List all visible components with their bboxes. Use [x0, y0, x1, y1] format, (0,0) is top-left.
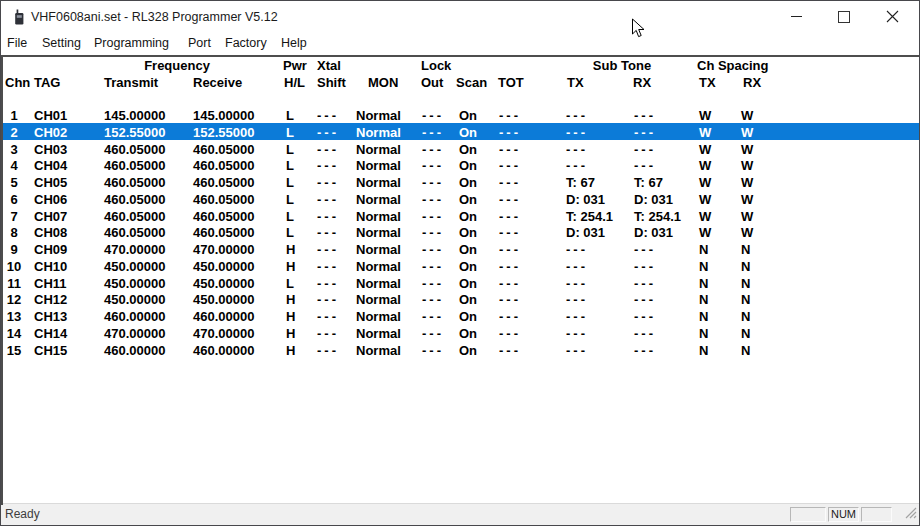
cell-sub_rx: ---: [634, 292, 656, 307]
cell-pwr: H: [286, 242, 295, 257]
menu-help[interactable]: Help: [281, 36, 307, 50]
cell-sp_rx: N: [741, 326, 750, 341]
cell-sp_tx: W: [699, 125, 711, 140]
cell-transmit: 460.05000: [104, 158, 165, 173]
table-row[interactable]: 7CH07460.05000460.05000L---Normal---On--…: [1, 207, 920, 224]
close-icon: [886, 10, 899, 23]
cell-tot: ---: [499, 326, 521, 341]
cell-chn: 3: [4, 142, 24, 157]
table-row[interactable]: 6CH06460.05000460.05000L---Normal---On--…: [1, 190, 920, 207]
cell-out: ---: [422, 125, 444, 140]
table-row[interactable]: 9CH09470.00000470.00000H---Normal---On--…: [1, 240, 920, 257]
cell-tot: ---: [499, 292, 521, 307]
cell-sub_rx: D: 031: [634, 192, 673, 207]
cell-mon: Normal: [356, 326, 401, 341]
cell-out: ---: [422, 259, 444, 274]
table-row[interactable]: 14CH14470.00000470.00000H---Normal---On-…: [1, 324, 920, 341]
cell-shift: ---: [317, 158, 339, 173]
menu-programming[interactable]: Programming: [94, 36, 169, 50]
cell-sp_tx: N: [699, 343, 708, 358]
cell-sp_tx: W: [699, 158, 711, 173]
cell-receive: 460.05000: [193, 192, 254, 207]
cell-sub_rx: T: 67: [634, 175, 663, 190]
maximize-button[interactable]: [820, 1, 868, 32]
cell-receive: 470.00000: [193, 242, 254, 257]
cell-tag: CH15: [34, 343, 67, 358]
cell-out: ---: [422, 309, 444, 324]
cell-chn: 10: [4, 259, 24, 274]
cell-mon: Normal: [356, 292, 401, 307]
cell-receive: 460.00000: [193, 309, 254, 324]
cell-sub_tx: ---: [566, 142, 588, 157]
cell-shift: ---: [317, 225, 339, 240]
cell-mon: Normal: [356, 259, 401, 274]
resize-grip-icon[interactable]: [904, 505, 917, 523]
cell-shift: ---: [317, 309, 339, 324]
cell-sp_rx: N: [741, 292, 750, 307]
cell-sp_tx: N: [699, 309, 708, 324]
menu-setting[interactable]: Setting: [42, 36, 81, 50]
cell-chn: 5: [4, 175, 24, 190]
status-pane-num: NUM: [828, 507, 859, 522]
table-row[interactable]: 1CH01145.00000145.00000L---Normal---On--…: [1, 106, 920, 123]
cell-tot: ---: [499, 158, 521, 173]
close-button[interactable]: [868, 1, 916, 32]
table-row[interactable]: 2CH02152.55000152.55000L---Normal---On--…: [1, 123, 920, 140]
col-header-tot: TOT: [498, 75, 524, 90]
cell-chn: 6: [4, 192, 24, 207]
cell-sub_rx: D: 031: [634, 225, 673, 240]
menu-port[interactable]: Port: [188, 36, 211, 50]
cell-transmit: 460.05000: [104, 142, 165, 157]
minimize-icon: [791, 16, 802, 17]
cell-receive: 450.00000: [193, 292, 254, 307]
col-header-subtone-rx: RX: [633, 75, 651, 90]
cell-sp_rx: N: [741, 309, 750, 324]
table-row[interactable]: 3CH03460.05000460.05000L---Normal---On--…: [1, 140, 920, 157]
col-header-subtone-tx: TX: [567, 75, 584, 90]
cell-sub_rx: ---: [634, 125, 656, 140]
cell-sub_rx: ---: [634, 259, 656, 274]
table-row[interactable]: 4CH04460.05000460.05000L---Normal---On--…: [1, 156, 920, 173]
cell-sub_tx: D: 031: [566, 192, 605, 207]
cell-shift: ---: [317, 209, 339, 224]
cell-pwr: L: [286, 192, 294, 207]
cell-receive: 460.05000: [193, 209, 254, 224]
cell-tot: ---: [499, 242, 521, 257]
table-row[interactable]: 15CH15460.00000460.00000H---Normal---On-…: [1, 341, 920, 358]
col-header-spacing-tx: TX: [699, 75, 716, 90]
col-header-scan: Scan: [456, 75, 487, 90]
cell-out: ---: [422, 142, 444, 157]
cell-out: ---: [422, 192, 444, 207]
cell-receive: 470.00000: [193, 326, 254, 341]
menu-file[interactable]: File: [7, 36, 27, 50]
table-row[interactable]: 12CH12450.00000450.00000H---Normal---On-…: [1, 290, 920, 307]
col-group-frequency: Frequency: [104, 58, 250, 73]
table-row[interactable]: 10CH10450.00000450.00000H---Normal---On-…: [1, 257, 920, 274]
cell-sub_rx: T: 254.1: [634, 209, 681, 224]
cell-transmit: 460.05000: [104, 209, 165, 224]
col-group-chspacing: Ch Spacing: [697, 58, 769, 73]
table-row[interactable]: 5CH05460.05000460.05000L---Normal---On--…: [1, 173, 920, 190]
menu-factory[interactable]: Factory: [225, 36, 267, 50]
cell-sp_tx: N: [699, 259, 708, 274]
maximize-icon: [838, 11, 850, 23]
cell-chn: 4: [4, 158, 24, 173]
table-row[interactable]: 8CH08460.05000460.05000L---Normal---On--…: [1, 223, 920, 240]
cell-transmit: 460.05000: [104, 225, 165, 240]
cell-shift: ---: [317, 108, 339, 123]
col-header-mon: MON: [368, 75, 398, 90]
cell-sub_rx: ---: [634, 276, 656, 291]
cell-sp_rx: W: [741, 158, 753, 173]
cell-transmit: 460.05000: [104, 192, 165, 207]
cell-chn: 11: [4, 276, 24, 291]
cell-mon: Normal: [356, 175, 401, 190]
cell-sub_tx: ---: [566, 343, 588, 358]
minimize-button[interactable]: [772, 1, 820, 32]
cell-shift: ---: [317, 276, 339, 291]
cell-scan: On: [459, 259, 477, 274]
cell-transmit: 470.00000: [104, 242, 165, 257]
table-row[interactable]: 11CH11450.00000450.00000L---Normal---On-…: [1, 274, 920, 291]
col-group-subtone: Sub Tone: [567, 58, 677, 73]
table-row[interactable]: 13CH13460.00000460.00000H---Normal---On-…: [1, 307, 920, 324]
cell-tag: CH11: [34, 276, 67, 291]
